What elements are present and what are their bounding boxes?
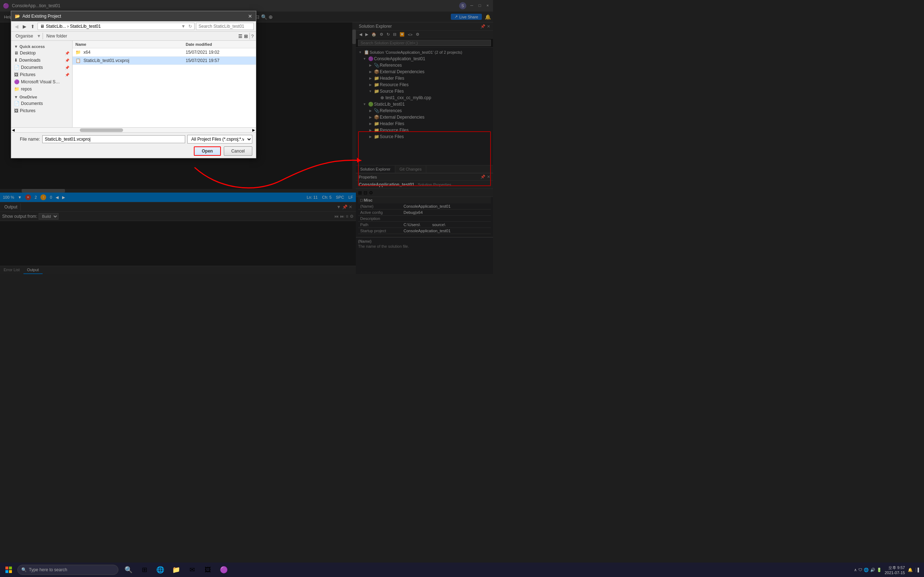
downloads-label: Downloads [19, 58, 40, 63]
col-date-header[interactable]: Date modified [183, 41, 256, 48]
onedrive-expand-icon: ▼ [14, 95, 18, 99]
repos-icon: 📁 [14, 87, 19, 92]
left-item-downloads[interactable]: ⬇ Downloads 📌 [11, 56, 72, 64]
file-type-select[interactable]: All Project Files (*.csproj;*.vbpro… [187, 135, 252, 143]
file-table: Name Date modified 📁 x64 15/07/2021 19:0… [73, 41, 256, 65]
onedrive-header: ▼ OneDrive [11, 93, 72, 100]
dialog-title-left: 📂 Add Existing Project [15, 14, 61, 19]
nav-refresh-button[interactable]: ↻ [188, 24, 192, 29]
pictures-pin: 📌 [65, 73, 69, 77]
folder-icon: 📁 [76, 50, 81, 55]
left-nav-panel: ▼ Quick access 🖥 Desktop 📌 ⬇ Downloads 📌… [11, 41, 73, 127]
documents-label: Documents [21, 65, 43, 70]
ms-visual-label: Microsoft Visual S… [21, 79, 60, 84]
file-name-row: File name: All Project Files (*.csproj;*… [15, 135, 252, 143]
pictures-label: Pictures [20, 72, 36, 77]
dialog-nav-bar: ◀ ▶ ⬆ 🖥 StaticLib... › StaticLib_test01 … [11, 21, 256, 32]
cancel-button[interactable]: Cancel [224, 147, 252, 156]
left-item-pictures[interactable]: 🖼 Pictures 📌 [11, 71, 72, 78]
onedrive-label: OneDrive [19, 95, 37, 99]
nav-dropdown-icon[interactable]: ▼ [181, 24, 186, 29]
vcxproj-icon: 📋 [76, 58, 81, 63]
pictures-icon: 🖼 [14, 72, 18, 77]
file-name-label: File name: [15, 137, 40, 142]
left-item-ms-visual[interactable]: 🟣 Microsoft Visual S… [11, 78, 72, 85]
desktop-icon: 🖥 [14, 50, 18, 56]
scroll-right-icon[interactable]: ▶ [252, 128, 255, 132]
quick-access-expand-icon: ▼ [14, 44, 18, 49]
nav-path-text: StaticLib... › StaticLib_test01 [46, 24, 101, 29]
dialog-toolbar: Organise ▼ New folder ☰ ⊞ ? [11, 32, 256, 41]
dialog-title-text: Add Existing Project [23, 14, 61, 19]
left-item-documents[interactable]: 📄 Documents 📌 [11, 64, 72, 71]
left-item-desktop[interactable]: 🖥 Desktop 📌 [11, 49, 72, 56]
nav-back-button[interactable]: ◀ [13, 23, 20, 30]
organise-button[interactable]: Organise [13, 33, 36, 39]
dialog-title-bar: 📂 Add Existing Project ✕ [11, 11, 256, 21]
desktop-label: Desktop [20, 50, 36, 56]
file-list-area: ▼ Quick access 🖥 Desktop 📌 ⬇ Downloads 📌… [11, 41, 256, 127]
od-pictures-icon: 🖼 [14, 108, 18, 113]
dialog-overlay: 📂 Add Existing Project ✕ ◀ ▶ ⬆ 🖥 StaticL… [0, 0, 493, 274]
nav-search-input[interactable] [196, 23, 254, 30]
nav-forward-button[interactable]: ▶ [21, 23, 28, 30]
desktop-pin: 📌 [65, 51, 69, 55]
add-existing-project-dialog: 📂 Add Existing Project ✕ ◀ ▶ ⬆ 🖥 StaticL… [11, 11, 256, 158]
quick-access-header: ▼ Quick access [11, 42, 72, 49]
nav-path-display[interactable]: 🖥 StaticLib... › StaticLib_test01 ▼ ↻ [37, 23, 195, 30]
new-folder-button[interactable]: New folder [44, 33, 69, 39]
dialog-close-button[interactable]: ✕ [248, 13, 252, 19]
file-table-header-row: Name Date modified [73, 41, 256, 48]
file-row-vcxproj[interactable]: 📋 StaticLib_test01.vcxproj 15/07/2021 19… [73, 56, 256, 65]
left-item-onedrive-pictures[interactable]: 🖼 Pictures [11, 107, 72, 114]
file-row-x64[interactable]: 📁 x64 15/07/2021 19:02 [73, 48, 256, 56]
downloads-pin: 📌 [65, 58, 69, 62]
right-files-panel: Name Date modified 📁 x64 15/07/2021 19:0… [73, 41, 256, 127]
nav-up-button[interactable]: ⬆ [29, 23, 36, 30]
left-item-onedrive-documents[interactable]: 📄 Documents [11, 100, 72, 107]
dialog-buttons: Open Cancel [15, 147, 252, 156]
quick-access-label: Quick access [19, 44, 45, 49]
ms-visual-icon: 🟣 [14, 79, 19, 84]
documents-icon: 📄 [14, 65, 19, 70]
od-pictures-label: Pictures [20, 108, 36, 113]
downloads-icon: ⬇ [14, 58, 18, 63]
dialog-hscrollbar-thumb [80, 128, 123, 132]
file-name-input[interactable] [42, 135, 185, 143]
od-documents-label: Documents [21, 101, 43, 106]
scroll-left-icon[interactable]: ◀ [12, 128, 15, 132]
view-grid-icon[interactable]: ⊞ [244, 34, 248, 39]
open-button[interactable]: Open [194, 147, 221, 156]
file-row-vcxproj-name: 📋 StaticLib_test01.vcxproj [73, 56, 183, 65]
repos-label: repos [21, 87, 32, 92]
nav-home-icon: 🖥 [40, 24, 44, 29]
dialog-bottom: File name: All Project Files (*.csproj;*… [11, 132, 256, 158]
documents-pin: 📌 [65, 66, 69, 69]
left-item-repos[interactable]: 📁 repos [11, 85, 72, 93]
dialog-folder-icon: 📂 [15, 14, 20, 19]
help-icon[interactable]: ? [251, 34, 254, 39]
od-documents-icon: 📄 [14, 101, 19, 106]
dialog-hscrollbar[interactable]: ◀ ▶ [11, 127, 256, 132]
view-list-icon[interactable]: ☰ [238, 34, 242, 39]
dlg-sep-2 [249, 33, 250, 39]
organise-dropdown-icon[interactable]: ▼ [37, 34, 41, 39]
file-row-x64-name: 📁 x64 [73, 48, 183, 56]
file-row-x64-date: 15/07/2021 19:02 [183, 48, 256, 56]
file-row-vcxproj-date: 15/07/2021 19:57 [183, 56, 256, 65]
col-name-header[interactable]: Name [73, 41, 183, 48]
